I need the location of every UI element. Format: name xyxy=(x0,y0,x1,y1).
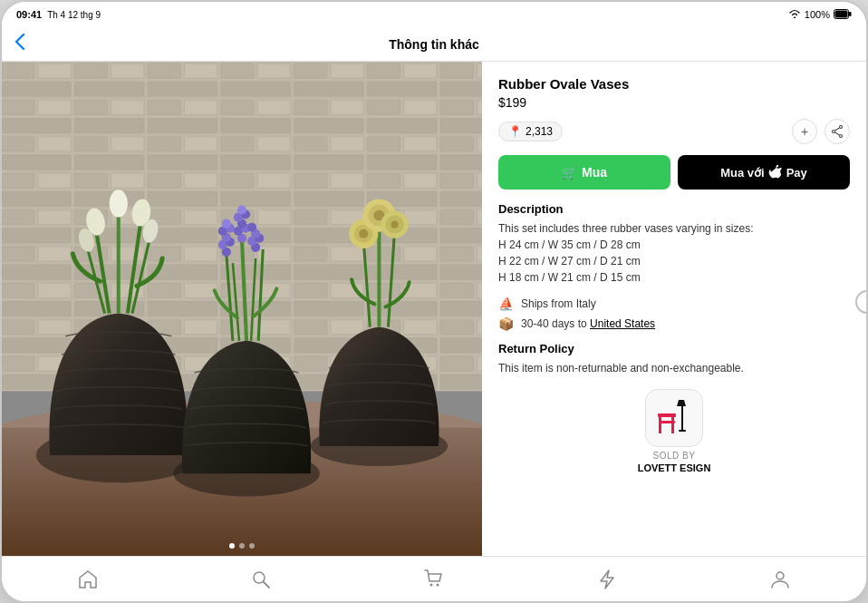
tab-profile[interactable] xyxy=(693,557,866,601)
rating-row: 📍 2,313 + xyxy=(498,119,850,144)
svg-rect-1 xyxy=(835,10,848,17)
dot-3 xyxy=(249,543,255,549)
cart-icon: 🛒 xyxy=(562,165,577,180)
delivery-prefix: 30-40 days to xyxy=(521,317,587,330)
action-buttons: 🛒 Mua Mua với Pay xyxy=(498,155,850,190)
product-image xyxy=(2,62,482,556)
device-frame: 09:41 Th 4 12 thg 9 100% xyxy=(0,0,868,603)
return-title: Return Policy xyxy=(498,342,850,355)
svg-point-70 xyxy=(254,572,265,583)
svg-rect-66 xyxy=(658,413,676,417)
rating-count: 2,313 xyxy=(526,125,553,138)
tab-home[interactable] xyxy=(2,557,175,601)
tab-flash[interactable] xyxy=(520,557,693,601)
svg-line-62 xyxy=(834,128,839,131)
rating-badge[interactable]: 📍 2,313 xyxy=(498,122,563,141)
status-bar: 09:41 Th 4 12 thg 9 100% xyxy=(2,2,866,27)
plus-button[interactable]: + xyxy=(792,119,817,144)
svg-point-52 xyxy=(359,229,368,238)
svg-point-45 xyxy=(247,223,256,232)
share-button[interactable] xyxy=(825,119,850,144)
main-content: Rubber Ovale Vases $199 📍 2,313 + xyxy=(2,62,866,556)
sold-by-label: SOLD BY xyxy=(653,451,696,461)
status-time: 09:41 xyxy=(16,9,42,20)
product-details: Rubber Ovale Vases $199 📍 2,313 + xyxy=(482,62,866,556)
profile-tab-icon xyxy=(770,569,790,589)
svg-rect-65 xyxy=(671,415,674,433)
svg-point-17 xyxy=(110,190,128,217)
svg-point-59 xyxy=(840,126,843,129)
buy-label: Mua xyxy=(582,165,607,180)
delivery-text: 30-40 days to United States xyxy=(521,317,655,330)
seller-logo xyxy=(645,389,703,447)
search-tab-icon xyxy=(251,569,271,589)
seller-logo-icon xyxy=(651,395,697,441)
svg-point-72 xyxy=(429,583,432,586)
dot-1 xyxy=(229,543,235,549)
return-text: This item is non-returnable and non-exch… xyxy=(498,360,850,376)
delivery-row: 📦 30-40 days to United States xyxy=(498,316,850,331)
image-dots xyxy=(229,543,255,549)
seller-name: LOVETT ESIGN xyxy=(638,462,711,473)
product-price: $199 xyxy=(498,95,850,110)
delivery-location-link[interactable]: United States xyxy=(590,317,655,330)
svg-rect-2 xyxy=(849,12,852,16)
svg-line-63 xyxy=(834,132,839,135)
svg-point-60 xyxy=(840,135,843,138)
back-button[interactable] xyxy=(14,34,25,54)
buy-button[interactable]: 🛒 Mua xyxy=(498,155,670,190)
cart-tab-icon xyxy=(424,569,444,589)
status-right: 100% xyxy=(788,9,852,21)
svg-point-61 xyxy=(833,131,835,133)
status-date: Th 4 12 thg 9 xyxy=(47,10,101,20)
description-section: Description This set includes three rubb… xyxy=(498,202,850,286)
flash-tab-icon xyxy=(597,569,617,589)
ship-icon: ⛵ xyxy=(498,297,514,311)
return-policy-section: Return Policy This item is non-returnabl… xyxy=(498,342,850,376)
ships-from-row: ⛵ Ships from Italy xyxy=(498,297,850,311)
wifi-icon xyxy=(788,9,801,20)
svg-rect-64 xyxy=(659,415,661,433)
svg-point-33 xyxy=(222,219,231,229)
battery-icon xyxy=(834,9,852,21)
svg-line-71 xyxy=(264,582,269,588)
pin-icon: 📍 xyxy=(508,125,522,138)
svg-point-40 xyxy=(237,205,246,214)
svg-rect-69 xyxy=(679,430,686,432)
svg-rect-67 xyxy=(659,421,675,423)
rating-actions: + xyxy=(792,119,850,144)
apple-pay-suffix: Pay xyxy=(786,166,807,180)
product-name: Rubber Ovale Vases xyxy=(498,76,850,92)
dot-2 xyxy=(239,543,245,549)
svg-rect-68 xyxy=(681,406,683,432)
battery-percent: 100% xyxy=(805,9,830,20)
tab-search[interactable] xyxy=(175,557,348,601)
svg-point-58 xyxy=(391,221,399,229)
nav-bar: Thông tin khác xyxy=(2,27,866,62)
description-title: Description xyxy=(498,202,850,216)
svg-point-74 xyxy=(776,572,784,579)
apple-pay-button[interactable]: Mua với Pay xyxy=(678,155,850,190)
apple-logo-icon xyxy=(768,165,783,180)
tab-cart[interactable] xyxy=(348,557,521,601)
home-tab-icon xyxy=(78,569,98,589)
seller-section[interactable]: SOLD BY LOVETT ESIGN xyxy=(498,389,850,473)
svg-point-73 xyxy=(436,583,439,586)
description-text: This set includes three rubber vases var… xyxy=(498,220,850,286)
apple-pay-prefix: Mua với xyxy=(720,166,764,180)
box-icon: 📦 xyxy=(498,316,514,331)
nav-title: Thông tin khác xyxy=(389,37,479,52)
tab-bar xyxy=(2,556,866,601)
ships-from-text: Ships from Italy xyxy=(521,297,596,310)
product-image-area[interactable] xyxy=(2,62,482,556)
